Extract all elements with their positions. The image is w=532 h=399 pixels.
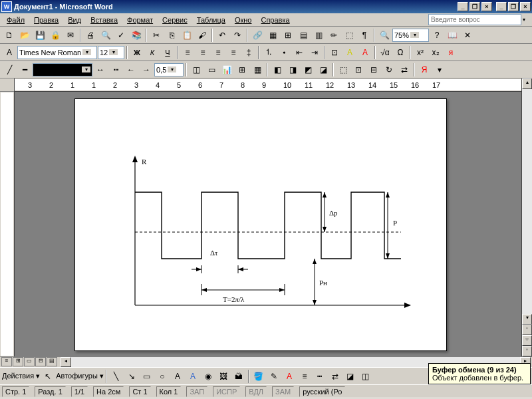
scroll-down-button[interactable]: ▾ bbox=[522, 314, 532, 325]
textbox-button[interactable]: A bbox=[170, 369, 185, 384]
arrow-begin-button[interactable]: ← bbox=[124, 63, 138, 77]
font-color-button[interactable]: A bbox=[358, 45, 372, 60]
rectangle-button[interactable]: ▭ bbox=[140, 369, 154, 384]
arrow-style-button[interactable]: ↔ bbox=[93, 63, 108, 77]
arrow-button[interactable]: ↘ bbox=[124, 369, 139, 384]
zoom-combo[interactable]: 75%▾ bbox=[392, 29, 429, 42]
cut-button[interactable]: ✂ bbox=[149, 28, 164, 43]
scroll-up-button[interactable]: ▴ bbox=[522, 78, 532, 89]
status-trk[interactable]: ИСПР bbox=[213, 386, 240, 397]
arrow-style-button-2[interactable]: ⇄ bbox=[328, 369, 342, 384]
help-search-input[interactable] bbox=[428, 14, 521, 25]
menu-table[interactable]: Таблица bbox=[193, 15, 229, 25]
permission-button[interactable]: 🔒 bbox=[48, 28, 63, 43]
align-center-button[interactable]: ≡ bbox=[196, 45, 210, 60]
fill-color-button[interactable]: 🪣 bbox=[251, 369, 266, 384]
font-color-button-2[interactable]: A bbox=[282, 369, 297, 384]
doc-restore-button[interactable]: ❐ bbox=[508, 2, 519, 11]
save-button[interactable]: 💾 bbox=[33, 28, 47, 43]
wrap-front-button[interactable]: ◪ bbox=[316, 63, 331, 77]
translate-button[interactable]: я bbox=[444, 45, 458, 60]
equation-button[interactable]: √α bbox=[378, 45, 392, 60]
lang-button[interactable]: Я bbox=[417, 63, 432, 77]
picture-button[interactable]: 🏔 bbox=[231, 369, 246, 384]
vertical-ruler[interactable] bbox=[0, 78, 15, 356]
ins-org-button[interactable]: ⊞ bbox=[235, 63, 249, 77]
browse-object-button[interactable]: ○ bbox=[522, 335, 532, 346]
more-button[interactable]: ▾ bbox=[432, 63, 447, 77]
close-preview-button[interactable]: ✕ bbox=[460, 28, 475, 43]
increase-indent-button[interactable]: ⇥ bbox=[307, 45, 322, 60]
wrap-square-button[interactable]: ◧ bbox=[270, 63, 285, 77]
format-painter-button[interactable]: 🖌 bbox=[195, 28, 209, 43]
arrow-end-button[interactable]: → bbox=[139, 63, 154, 77]
status-ext[interactable]: ВДЛ bbox=[245, 386, 267, 397]
scroll-left-button[interactable]: ◂ bbox=[61, 357, 71, 367]
line-button[interactable]: ╲ bbox=[109, 369, 124, 384]
font-combo[interactable]: Times New Roman▾ bbox=[17, 46, 97, 59]
oval-button[interactable]: ○ bbox=[155, 369, 170, 384]
web-view-button[interactable]: ⊞ bbox=[13, 357, 23, 366]
ins-grid-button[interactable]: ▦ bbox=[250, 63, 265, 77]
new-doc-button[interactable]: 🗋 bbox=[2, 28, 17, 43]
print-view-button[interactable]: ▭ bbox=[24, 357, 35, 366]
tables-borders-button[interactable]: ▦ bbox=[265, 28, 280, 43]
show-marks-button[interactable]: ¶ bbox=[357, 28, 372, 43]
menu-window[interactable]: Окно bbox=[231, 15, 256, 25]
highlight-button[interactable]: A bbox=[342, 45, 357, 60]
doc-close-button[interactable]: × bbox=[520, 2, 531, 11]
copy-button[interactable]: ⎘ bbox=[164, 28, 179, 43]
select-objects-button[interactable]: ↖ bbox=[41, 369, 55, 384]
paste-button[interactable]: 📋 bbox=[180, 28, 194, 43]
subscript-button[interactable]: x₂ bbox=[428, 45, 443, 60]
undo-button[interactable]: ↶ bbox=[215, 28, 229, 43]
borders-button[interactable]: ⊡ bbox=[327, 45, 342, 60]
underline-button[interactable]: Ч bbox=[160, 45, 175, 60]
prev-page-button[interactable]: ◦ bbox=[522, 325, 532, 335]
3d-button[interactable]: ◫ bbox=[358, 369, 373, 384]
ins-diagram-button[interactable]: ◫ bbox=[189, 63, 203, 77]
minimize-button[interactable]: _ bbox=[458, 2, 468, 11]
wrap-tight-button[interactable]: ◨ bbox=[285, 63, 300, 77]
vertical-scrollbar[interactable]: ▴ ▾ ◦ ○ ◦ bbox=[521, 78, 532, 356]
columns-button[interactable]: ▥ bbox=[311, 28, 326, 43]
redo-button[interactable]: ↷ bbox=[230, 28, 245, 43]
symbol-button[interactable]: Ω bbox=[393, 45, 408, 60]
spellcheck-button[interactable]: ✓ bbox=[114, 28, 128, 43]
bold-button[interactable]: Ж bbox=[130, 45, 144, 60]
status-rec[interactable]: ЗАП bbox=[186, 386, 207, 397]
line-style-button-2[interactable]: ≡ bbox=[297, 369, 312, 384]
normal-view-button[interactable]: ≡ bbox=[1, 357, 12, 366]
mail-button[interactable]: ✉ bbox=[63, 28, 78, 43]
help-button[interactable]: ? bbox=[430, 28, 444, 43]
next-page-button[interactable]: ◦ bbox=[522, 346, 532, 356]
numbering-button[interactable]: ⒈ bbox=[261, 45, 276, 60]
wrap-behind-button[interactable]: ◩ bbox=[301, 63, 315, 77]
align-right-button[interactable]: ≡ bbox=[211, 45, 225, 60]
ungroup-button[interactable]: ⊟ bbox=[366, 63, 381, 77]
flip-button[interactable]: ⇄ bbox=[397, 63, 412, 77]
drawing-button[interactable]: ✏ bbox=[327, 28, 341, 43]
clipart-button[interactable]: 🖼 bbox=[216, 369, 231, 384]
format-object-button[interactable]: ⬚ bbox=[336, 63, 350, 77]
read-mode-button[interactable]: 📖 bbox=[445, 28, 460, 43]
align-justify-button[interactable]: ≡ bbox=[226, 45, 241, 60]
line-spacing-button[interactable]: ‡ bbox=[241, 45, 256, 60]
menu-file[interactable]: Файл bbox=[3, 15, 29, 25]
drawing-actions-menu[interactable]: Действия ▾ bbox=[2, 372, 40, 380]
align-left-button[interactable]: ≡ bbox=[180, 45, 195, 60]
bullets-button[interactable]: ⦁ bbox=[277, 45, 291, 60]
superscript-button[interactable]: x² bbox=[413, 45, 428, 60]
line-style-button[interactable]: ━ bbox=[17, 63, 32, 77]
menu-insert[interactable]: Вставка bbox=[86, 15, 122, 25]
menu-help[interactable]: Справка bbox=[257, 15, 293, 25]
decrease-indent-button[interactable]: ⇤ bbox=[292, 45, 307, 60]
status-ovr[interactable]: ЗАМ bbox=[272, 386, 294, 397]
research-button[interactable]: 📚 bbox=[129, 28, 144, 43]
ins-frame-button[interactable]: ▭ bbox=[204, 63, 219, 77]
status-lang[interactable]: русский (Ро bbox=[299, 386, 345, 397]
ins-chart-button[interactable]: 📊 bbox=[219, 63, 234, 77]
menu-edit[interactable]: Правка bbox=[30, 15, 63, 25]
diagram-button[interactable]: ◉ bbox=[201, 369, 215, 384]
styles-button[interactable]: A bbox=[2, 45, 17, 60]
